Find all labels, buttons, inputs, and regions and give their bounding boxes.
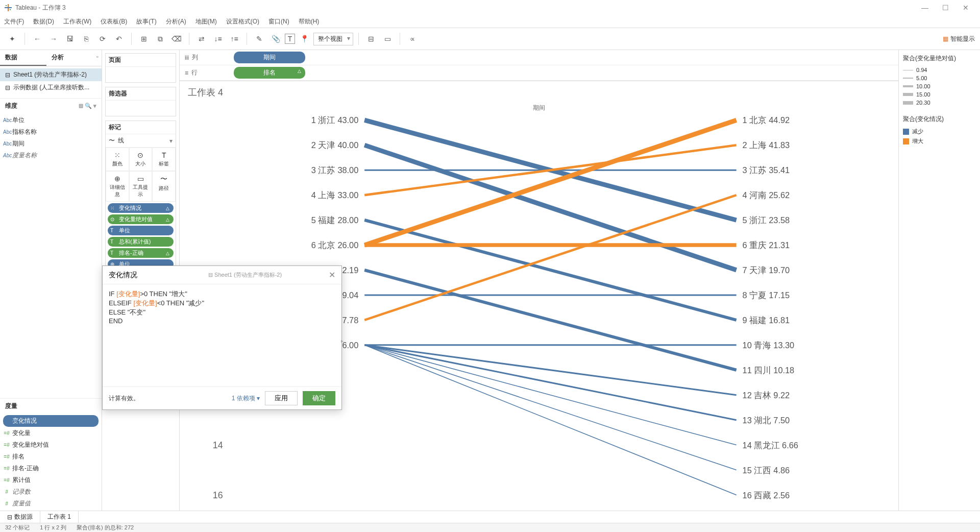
sort-desc-button[interactable]: ↑≡: [227, 32, 241, 46]
menu-worksheet[interactable]: 工作表(W): [63, 17, 91, 26]
share-button[interactable]: ∝: [405, 32, 420, 46]
menu-analysis[interactable]: 分析(A): [166, 17, 186, 26]
svg-text:8 宁夏 17.15: 8 宁夏 17.15: [743, 291, 790, 300]
pages-card[interactable]: 页面: [105, 53, 176, 83]
color-legend-item[interactable]: 增大: [903, 136, 976, 146]
menu-story[interactable]: 故事(T): [136, 17, 156, 26]
menu-map[interactable]: 地图(M): [195, 17, 217, 26]
datasource-icon: ⊟: [7, 514, 12, 521]
refresh-button[interactable]: ⟳: [95, 32, 110, 46]
svg-text:5 福建 28.00: 5 福建 28.00: [311, 215, 359, 225]
undo-button[interactable]: ↶: [112, 32, 126, 46]
field-item[interactable]: =#排名-正确: [0, 463, 102, 474]
highlight-button[interactable]: ✎: [252, 32, 266, 46]
new-sheet-button[interactable]: ⊞: [137, 32, 151, 46]
forward-button[interactable]: →: [46, 32, 61, 46]
sheet-title[interactable]: 工作表 4: [180, 81, 898, 104]
mark-pill[interactable]: ⊙变化量绝对值△: [108, 214, 174, 224]
new-data-button[interactable]: ⎘: [79, 32, 93, 46]
field-type-icon: Abc: [3, 153, 10, 158]
save-button[interactable]: 🖫: [63, 32, 77, 46]
color-button[interactable]: ⁙颜色: [106, 148, 129, 171]
svg-text:6 北京 26.00: 6 北京 26.00: [311, 240, 359, 250]
minimize-button[interactable]: —: [915, 4, 935, 12]
field-item[interactable]: Abc单位: [0, 114, 102, 126]
svg-text:13 湖北 7.50: 13 湖北 7.50: [743, 416, 790, 425]
panel-menu-icon[interactable]: ▫: [93, 50, 102, 66]
calculation-editor[interactable]: ⊟ Sheet1 (劳动生产率指标-2) ✕ IF [变化量]>0 THEN "…: [102, 265, 342, 410]
datasource-item[interactable]: ⊟Sheet1 (劳动生产率指标-2): [0, 68, 102, 81]
field-item[interactable]: #记录数: [0, 486, 102, 498]
mark-pill[interactable]: T排名-正确△: [108, 248, 174, 258]
presentation-button[interactable]: ▭: [380, 32, 395, 46]
tooltip-button[interactable]: ▭工具提示: [129, 171, 153, 202]
shelf-pill[interactable]: 排名△: [234, 67, 305, 79]
duplicate-button[interactable]: ⧉: [153, 32, 167, 46]
svg-text:7 天津 19.70: 7 天津 19.70: [743, 265, 790, 275]
calc-formula-editor[interactable]: IF [变化量]>0 THEN "增大"ELSEIF [变化量]<0 THEN …: [103, 284, 341, 386]
clear-button[interactable]: ⌫: [169, 32, 184, 46]
tab-analysis[interactable]: 分析: [46, 50, 93, 66]
show-cards-button[interactable]: ⊟: [364, 32, 378, 46]
color-legend-item[interactable]: 减少: [903, 127, 976, 136]
calc-deps-link[interactable]: 1 依赖项 ▾: [232, 394, 260, 403]
datasource-item[interactable]: ⊟示例数据 (人工坐席接听数...: [0, 81, 102, 94]
menu-window[interactable]: 窗口(N): [268, 17, 289, 26]
tableau-icon[interactable]: ✦: [5, 32, 19, 46]
menu-file[interactable]: 文件(F): [4, 17, 24, 26]
data-panel: 数据 分析 ▫ ⊟Sheet1 (劳动生产率指标-2)⊟示例数据 (人工坐席接听…: [0, 50, 102, 511]
field-item[interactable]: =#累计值: [0, 474, 102, 486]
size-button[interactable]: ⊙大小: [129, 148, 153, 171]
group-button[interactable]: 📎: [268, 32, 283, 46]
rows-icon: ≡: [185, 69, 188, 77]
view-icon[interactable]: ⊞: [79, 103, 83, 109]
field-item[interactable]: =#变化量: [0, 427, 102, 439]
maximize-button[interactable]: ☐: [935, 4, 955, 12]
menu-data[interactable]: 数据(D): [33, 17, 54, 26]
close-button[interactable]: ✕: [955, 4, 976, 12]
calc-expand-handle[interactable]: ▸: [341, 338, 344, 344]
mark-type-dropdown[interactable]: 〜线: [106, 134, 176, 148]
calc-ok-button[interactable]: 确定: [303, 391, 335, 405]
measures-header: 度量: [0, 398, 102, 414]
dimensions-header: 维度 ⊞ 🔍 ▾: [0, 98, 102, 113]
field-item[interactable]: =Abc变化情况: [3, 415, 99, 427]
calc-name-input[interactable]: [109, 271, 198, 279]
detail-button[interactable]: ⊕详细信息: [106, 171, 129, 202]
filters-card[interactable]: 筛选器: [105, 87, 176, 116]
status-dims: 1 行 x 2 列: [40, 524, 66, 531]
swap-button[interactable]: ⇄: [194, 32, 209, 46]
back-button[interactable]: ←: [30, 32, 44, 46]
path-button[interactable]: 〜路径: [152, 171, 176, 202]
menu-dashboard[interactable]: 仪表板(B): [101, 17, 127, 26]
field-item[interactable]: Abc期间: [0, 138, 102, 150]
mark-pill[interactable]: ⁙变化情况△: [108, 203, 174, 213]
menu-format[interactable]: 设置格式(O): [226, 17, 259, 26]
calc-apply-button[interactable]: 应用: [265, 391, 298, 405]
label-button[interactable]: T标签: [152, 148, 176, 171]
mark-pill[interactable]: T总和(累计值): [108, 237, 174, 247]
field-item[interactable]: #度量值: [0, 498, 102, 510]
svg-line-22: [364, 345, 736, 445]
fit-dropdown[interactable]: 整个视图: [313, 33, 353, 45]
show-me-button[interactable]: ▦ 智能显示: [943, 35, 975, 43]
calc-close-button[interactable]: ✕: [329, 270, 335, 280]
datasource-tab[interactable]: ⊟数据源: [0, 511, 40, 523]
tab-data[interactable]: 数据: [0, 50, 46, 66]
columns-shelf[interactable]: iii列 期间: [180, 50, 898, 65]
label-button[interactable]: T: [285, 34, 295, 44]
svg-text:14: 14: [213, 440, 223, 450]
mark-pill[interactable]: T单位: [108, 226, 174, 235]
pin-button[interactable]: 📍: [297, 32, 311, 46]
field-item[interactable]: Abc指标名称: [0, 126, 102, 138]
field-item[interactable]: =#变化量绝对值: [0, 439, 102, 451]
sort-asc-button[interactable]: ↓≡: [211, 32, 225, 46]
field-item[interactable]: Abc度量名称: [0, 150, 102, 161]
rows-shelf[interactable]: ≡行 排名△: [180, 65, 898, 81]
shelf-pill[interactable]: 期间: [234, 52, 305, 63]
field-item[interactable]: =#排名: [0, 451, 102, 463]
color-icon: ⁙: [107, 151, 128, 159]
sheet-tab[interactable]: 工作表 1: [40, 511, 79, 523]
search-icon[interactable]: 🔍: [85, 103, 92, 109]
menu-help[interactable]: 帮助(H): [299, 17, 320, 26]
